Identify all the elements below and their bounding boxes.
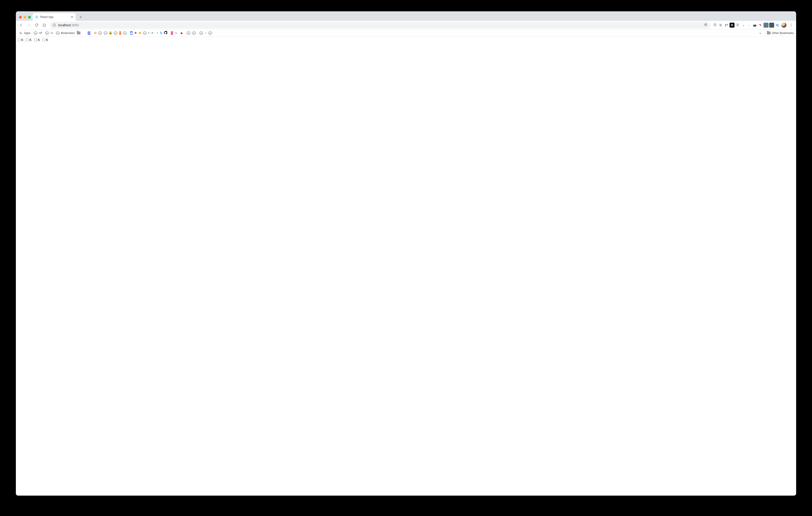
bookmark-label: +I xyxy=(50,31,53,35)
bookmark-favicon[interactable]: M xyxy=(94,31,96,35)
profile-avatar[interactable] xyxy=(781,23,787,28)
bookmark-favicon[interactable] xyxy=(208,31,212,35)
react-favicon-icon xyxy=(35,15,38,19)
window-maximize-button[interactable] xyxy=(28,16,31,19)
home-button[interactable] xyxy=(41,22,48,29)
bookmark-favicon[interactable] xyxy=(77,31,81,34)
apps-label: Apps xyxy=(24,31,31,35)
bookmark-item[interactable]: Bookcision xyxy=(55,31,76,36)
extension-icon[interactable]: IQ xyxy=(775,23,780,28)
bookmark-favicon[interactable] xyxy=(143,31,147,35)
bookmark-overflow-icon[interactable]: » xyxy=(758,31,762,35)
extension-icon[interactable]: ⌄ xyxy=(747,23,752,28)
url-text: localhost:3000 xyxy=(58,23,702,27)
apps-shortcut[interactable]: Apps xyxy=(18,31,31,36)
content-checkbox[interactable] xyxy=(42,38,45,41)
chrome-menu-button[interactable] xyxy=(787,22,794,29)
bookmark-label: +P xyxy=(39,31,42,35)
extension-icon[interactable] xyxy=(769,23,774,28)
bookmark-favicon[interactable]: ❧ xyxy=(151,31,154,35)
svg-point-0 xyxy=(36,17,37,18)
bookmark-favicon[interactable]: ○ xyxy=(205,31,207,35)
bookmark-item[interactable]: +I xyxy=(45,31,54,36)
bookmark-text-items: +P+IBookcision xyxy=(33,31,76,36)
bookmark-favicon[interactable]: f xyxy=(157,31,158,35)
tab-title: React App xyxy=(40,16,69,19)
bookmark-favicon[interactable] xyxy=(98,31,102,35)
other-bookmarks-label: Other Bookmarks xyxy=(772,31,794,35)
bookmark-favicon[interactable]: In xyxy=(171,31,173,35)
url-host: localhost xyxy=(58,23,71,27)
tab-strip: React App ✕ xyxy=(16,11,796,21)
new-tab-button[interactable] xyxy=(78,14,84,20)
content-checkbox[interactable] xyxy=(18,38,20,41)
bookmark-favicon[interactable] xyxy=(104,31,107,35)
window-close-button[interactable] xyxy=(19,16,22,19)
bookmark-favicon[interactable]: W xyxy=(88,31,90,35)
apps-icon xyxy=(19,31,23,35)
bookmark-favicon[interactable]: H xyxy=(119,31,121,35)
globe-icon xyxy=(34,31,37,35)
bookmark-favicon[interactable]: ✱ xyxy=(139,31,141,35)
extension-icon[interactable]: ⓘ xyxy=(713,23,718,28)
tab-close-icon[interactable]: ✕ xyxy=(71,16,74,19)
extension-icon[interactable]: Ⓐ xyxy=(735,23,740,28)
bookmark-favicon[interactable] xyxy=(123,31,127,35)
reload-button[interactable] xyxy=(33,22,40,29)
page-content: KKKK xyxy=(16,37,796,496)
bookmark-item[interactable]: +P xyxy=(33,31,43,36)
extension-icon[interactable]: 📷 xyxy=(752,23,757,28)
folder-icon xyxy=(767,31,771,34)
svg-point-8 xyxy=(791,25,791,25)
nav-forward-button[interactable] xyxy=(25,22,32,29)
content-checkbox-label: K xyxy=(21,38,23,42)
extension-icon[interactable]: ⌄ xyxy=(741,23,746,28)
content-checkbox-label: K xyxy=(29,38,31,42)
bookmark-icon-items: WM▲H◆✹✱I❧f⇅InG▶○ xyxy=(77,31,212,35)
browser-window: React App ✕ localhost:3000 xyxy=(16,11,796,496)
address-bar[interactable]: localhost:3000 xyxy=(50,22,710,29)
bookmark-favicon[interactable] xyxy=(164,31,167,35)
checkbox-row: KKKK xyxy=(18,38,794,42)
globe-icon xyxy=(56,31,60,35)
content-checkbox[interactable] xyxy=(34,38,37,41)
bookmark-favicon[interactable]: ▲ xyxy=(109,31,112,35)
extensions-row: ⓘ🐘ƒ?NⒶ⌄⌄📷✎IQ xyxy=(713,23,780,28)
globe-icon xyxy=(45,31,49,35)
bookmark-favicon[interactable]: G xyxy=(175,31,177,35)
bookmark-favicon[interactable]: ◆ xyxy=(130,31,133,35)
bookmark-favicon[interactable]: ✹ xyxy=(134,31,137,35)
site-info-icon[interactable] xyxy=(53,23,56,27)
content-checkbox-label: K xyxy=(38,38,40,42)
bookmark-favicon[interactable]: ▶ xyxy=(181,31,183,35)
bookmark-favicon[interactable] xyxy=(192,31,196,35)
url-path: :3000 xyxy=(71,23,79,27)
content-checkbox[interactable] xyxy=(26,38,29,41)
extension-icon[interactable]: ƒ? xyxy=(724,23,729,28)
browser-toolbar: localhost:3000 ⓘ🐘ƒ?NⒶ⌄⌄📷✎IQ xyxy=(16,21,796,29)
content-checkbox-label: K xyxy=(46,38,48,42)
window-minimize-button[interactable] xyxy=(24,16,26,19)
extension-icon[interactable]: ✎ xyxy=(758,23,763,28)
browser-tab[interactable]: React App ✕ xyxy=(33,13,76,21)
bookmark-favicon[interactable] xyxy=(114,31,117,35)
bookmark-favicon[interactable]: I xyxy=(148,31,149,35)
other-bookmarks[interactable]: Other Bookmarks xyxy=(767,31,794,35)
extension-icon[interactable]: 🐘 xyxy=(718,23,723,28)
extension-icon[interactable] xyxy=(763,23,768,28)
bookmarks-bar: Apps +P+IBookcision WM▲H◆✹✱I❧f⇅InG▶○ » O… xyxy=(16,29,796,37)
bookmark-star-icon[interactable] xyxy=(704,23,707,27)
extension-icon[interactable]: N xyxy=(729,23,734,28)
bookmark-favicon[interactable] xyxy=(187,31,190,35)
svg-point-7 xyxy=(791,24,791,24)
window-controls xyxy=(18,16,33,21)
bookmark-favicon[interactable]: ⇅ xyxy=(160,31,162,35)
svg-point-9 xyxy=(791,26,791,27)
bookmark-label: Bookcision xyxy=(61,31,75,35)
separator xyxy=(764,31,765,35)
bookmark-favicon[interactable] xyxy=(199,31,203,35)
nav-back-button[interactable] xyxy=(18,22,25,29)
